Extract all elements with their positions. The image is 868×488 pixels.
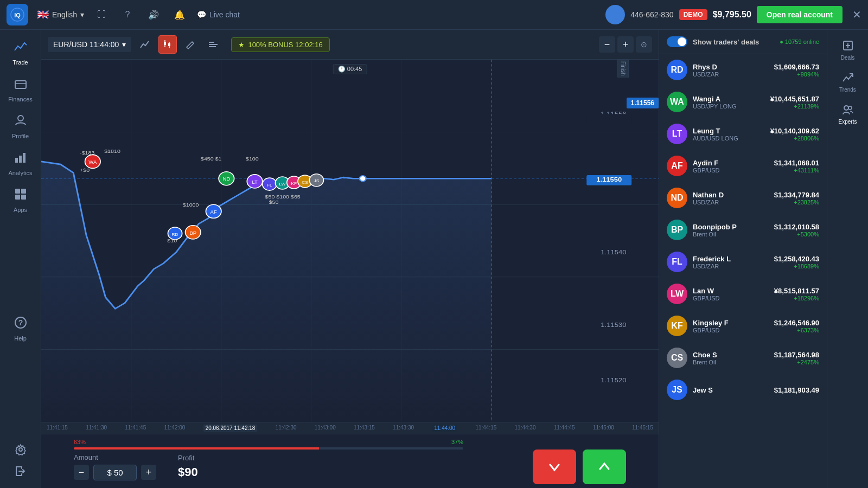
trader-amount: ¥10,445,651.87 [770,95,819,103]
trader-gain: +2475% [774,359,819,365]
trader-name: Kingsley F [693,319,769,327]
svg-rect-7 [23,153,25,163]
svg-text:-$183: -$183 [80,150,95,156]
trader-item[interactable]: AF Aydin F GBP/USD $1,341,068.01 +43111% [659,150,827,182]
svg-text:ND: ND [223,177,231,182]
sound-button[interactable]: 🔊 [145,6,162,23]
finish-label: Finish [620,61,626,76]
sidebar-item-finances[interactable]: Finances [3,72,38,107]
amount-input[interactable] [93,465,137,480]
right-panel: Show traders' deals ● 10759 online RD Rh… [659,30,827,488]
trader-item[interactable]: FL Frederick L USD/ZAR $1,258,420.43 +18… [659,246,827,278]
sidebar-item-settings[interactable] [3,439,38,461]
chart-container: EUR/USD 11:44:00 ▾ ★ 100% BONUS 12:02:16 [41,30,659,488]
fullscreen-button[interactable]: ⛶ [93,6,110,23]
trader-stats: $1,334,779.84 +23825% [774,191,819,206]
candle-chart-button[interactable] [158,35,177,54]
help-icon-button[interactable]: ? [119,6,136,23]
trader-avatar: LW [667,284,687,304]
profile-icon [14,113,28,131]
pair-selector[interactable]: EUR/USD 11:44:00 ▾ [48,37,131,52]
chat-icon: 💬 [197,10,206,19]
trader-info: Aydin F GBP/USD [693,159,769,174]
trade-up-button[interactable] [583,450,626,484]
progress-fill [74,447,319,450]
sidebar-item-logout[interactable] [3,461,38,483]
svg-text:1.11550: 1.11550 [596,176,622,183]
svg-rect-22 [209,44,218,45]
trader-item[interactable]: CS Choe S Brent Oil $1,187,564.98 +2475% [659,342,827,374]
logo[interactable]: IQ [7,4,28,25]
zoom-out-button[interactable]: − [599,36,615,53]
trader-gain: +21139% [770,103,819,110]
svg-text:LW: LW [279,182,286,186]
trader-name: Boonpipob P [693,223,769,231]
sidebar-item-help[interactable]: ? Help [3,311,38,346]
sidebar-item-deals[interactable]: Deals [831,35,865,65]
svg-text:$50 $100 $65: $50 $100 $65 [265,194,301,199]
trader-item[interactable]: KF Kingsley F GBP/USD $1,246,546.90 +637… [659,310,827,342]
svg-text:$1000: $1000 [183,202,199,208]
close-button[interactable]: ✕ [852,8,861,21]
apps-icon [14,187,28,204]
profit-section: Profit $90 [178,454,198,479]
chart-area[interactable]: 🕐 00:45 Finish [41,60,659,422]
sidebar-item-analytics[interactable]: Analytics [3,146,38,181]
open-real-account-button[interactable]: Open real account [757,6,843,23]
trader-pair: AUD/USD LONG [693,135,765,142]
svg-text:FL: FL [267,183,272,187]
avatar [605,5,625,24]
trader-pair: GBP/USD [693,295,769,301]
trader-gain: +5300% [774,231,819,237]
trader-info: Leung T AUD/USD LONG [693,127,765,142]
x-tick: 11:43:00 [315,425,336,432]
sidebar-item-apps[interactable]: Apps [3,183,38,217]
svg-rect-19 [168,43,170,46]
show-deals-toggle[interactable] [667,36,687,47]
amount-increase-button[interactable]: + [141,465,156,480]
traders-list: RD Rhys D USD/ZAR $1,609,666.73 +9094% W… [659,54,827,488]
settings-icon [15,444,27,457]
pencil-tool-button[interactable] [181,35,200,54]
sidebar-item-trade[interactable]: Trade [3,35,38,70]
svg-text:CS: CS [302,180,308,184]
chart-toolbar: EUR/USD 11:44:00 ▾ ★ 100% BONUS 12:02:16 [41,30,659,60]
topbar: IQ 🇬🇧 English ▾ ⛶ ? 🔊 🔔 💬 Live chat 446-… [0,0,868,30]
trade-down-button[interactable] [533,450,576,484]
trader-item[interactable]: BP Boonpipob P Brent Oil $1,312,010.58 +… [659,214,827,246]
trader-item[interactable]: WA Wangi A USD/JPY LONG ¥10,445,651.87 +… [659,86,827,118]
profit-label: Profit [178,454,198,462]
trader-amount: $1,334,779.84 [774,191,819,199]
language-selector[interactable]: 🇬🇧 English ▾ [37,9,84,21]
amount-decrease-button[interactable]: − [74,465,89,480]
svg-text:$100: $100 [246,156,259,161]
svg-rect-10 [15,195,20,200]
indicators-button[interactable] [204,35,222,54]
trader-gain: +43111% [774,167,819,174]
trader-info: Jew S [693,386,769,394]
line-chart-button[interactable] [136,35,154,54]
sidebar-item-experts[interactable]: Experts [831,99,865,129]
notification-button[interactable]: 🔔 [171,6,188,23]
trader-item[interactable]: LW Lan W GBP/USD ¥8,515,811.57 +18296% [659,278,827,310]
svg-text:$1810: $1810 [104,149,120,154]
livechat-button[interactable]: 💬 Live chat [197,10,240,19]
sidebar-item-trends[interactable]: Trends [831,67,865,97]
trader-item[interactable]: ND Nathan D USD/ZAR $1,334,779.84 +23825… [659,182,827,214]
user-phone: 446-662-830 [630,10,673,19]
bonus-badge[interactable]: ★ 100% BONUS 12:02:16 [231,37,329,52]
chevron-down-icon: ▾ [122,40,126,49]
svg-text:BP: BP [189,230,196,235]
sidebar-item-profile[interactable]: Profile [3,109,38,144]
star-icon: ★ [238,41,245,49]
trader-item[interactable]: RD Rhys D USD/ZAR $1,609,666.73 +9094% [659,54,827,86]
trader-item[interactable]: LT Leung T AUD/USD LONG ¥10,140,309.62 +… [659,118,827,150]
trader-stats: $1,312,010.58 +5300% [774,223,819,237]
user-info: 446-662-830 DEMO $9,795.50 Open real acc… [605,5,861,24]
sidebar-label-analytics: Analytics [8,170,32,176]
zoom-in-button[interactable]: + [617,36,634,53]
trader-item[interactable]: JS Jew S $1,181,903.49 [659,374,827,406]
language-label: English [52,10,77,19]
zoom-reset-button[interactable]: ⊙ [636,36,652,53]
trade-bar: 63% 37% Amount − + Profit $90 [41,434,659,488]
